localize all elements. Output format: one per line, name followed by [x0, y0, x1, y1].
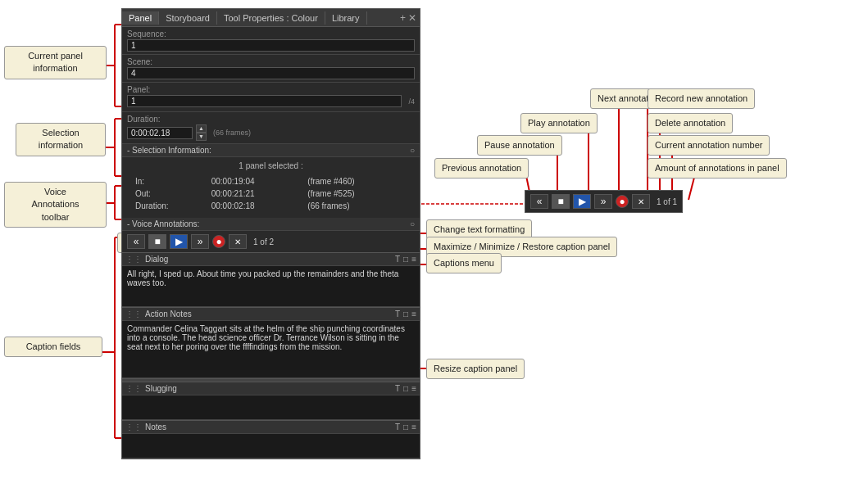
- sel-out-frame: (frame #525): [306, 188, 408, 199]
- va-collapse[interactable]: ○: [410, 219, 415, 228]
- duration-spin-up[interactable]: ▲: [196, 124, 207, 133]
- label-previous-annotation: Previous annotation: [434, 158, 529, 178]
- sel-in-value: 00:00:19:04: [210, 176, 305, 187]
- va-right-count: 1 of 1: [657, 197, 677, 206]
- notes-reorder-icon[interactable]: ⋮⋮: [125, 423, 142, 432]
- action-text-format-btn[interactable]: T: [395, 310, 400, 319]
- sequence-input[interactable]: [127, 39, 415, 52]
- label-captions-menu: Captions menu: [426, 253, 502, 273]
- va-play-btn[interactable]: ▶: [170, 234, 188, 249]
- sel-panel-count: 1 panel selected :: [127, 160, 415, 172]
- va-panel-right: « ■ ▶ » ● ✕ 1 of 1: [525, 190, 683, 213]
- va-record-btn[interactable]: ●: [212, 235, 225, 248]
- slugging-caption-body[interactable]: [122, 395, 420, 420]
- va-right-next-btn[interactable]: »: [594, 194, 612, 209]
- action-caption-header: ⋮⋮ Action Notes T □ ≡: [122, 307, 420, 321]
- va-right-record-btn[interactable]: ●: [616, 195, 629, 208]
- label-current-annotation-num: Current annotation number: [648, 135, 770, 156]
- panel-total: /4: [408, 97, 415, 106]
- scene-input[interactable]: [127, 67, 415, 79]
- sel-in-label: In:: [134, 176, 208, 187]
- dialog-menu-btn[interactable]: ≡: [411, 255, 416, 264]
- sequence-label: Sequence:: [127, 29, 415, 38]
- action-caption-icons: T □ ≡: [395, 310, 416, 319]
- va-count: 1 of 2: [253, 237, 274, 246]
- notes-caption-header: ⋮⋮ Notes T □ ≡: [122, 420, 420, 434]
- duration-spin-down[interactable]: ▼: [196, 133, 207, 141]
- scene-label: Scene:: [127, 57, 415, 66]
- va-stop-btn[interactable]: ■: [148, 234, 166, 249]
- label-caption-fields: Caption fields: [4, 337, 102, 357]
- sel-in-frame: (frame #460): [306, 176, 408, 187]
- dialog-caption-header: ⋮⋮ Dialog T □ ≡: [122, 252, 420, 266]
- label-resize-caption: Resize caption panel: [426, 359, 525, 379]
- selection-info-collapse[interactable]: ○: [410, 146, 415, 155]
- va-next-btn[interactable]: »: [191, 234, 209, 249]
- dialog-text-format-btn[interactable]: T: [395, 255, 400, 264]
- va-right-play-btn[interactable]: ▶: [573, 194, 591, 209]
- tab-library[interactable]: Library: [325, 11, 367, 25]
- duration-label: Duration:: [127, 115, 415, 124]
- va-header: - Voice Annotations: ○: [122, 218, 420, 231]
- slugging-caption-title: Slugging: [145, 384, 395, 393]
- sel-dur-value: 00:00:02:18: [210, 201, 305, 211]
- label-amount-annotations: Amount of annotations in panel: [648, 158, 787, 178]
- notes-caption-title: Notes: [145, 423, 395, 432]
- panel-num-input[interactable]: [127, 95, 402, 107]
- action-maximize-btn[interactable]: □: [403, 310, 408, 319]
- sequence-section: Sequence:: [122, 27, 420, 55]
- va-delete-btn[interactable]: ✕: [229, 234, 247, 249]
- duration-input[interactable]: [127, 127, 193, 139]
- dialog-text: All right, I sped up. About time you pac…: [127, 269, 398, 287]
- notes-text-format-btn[interactable]: T: [395, 423, 400, 432]
- tab-storyboard[interactable]: Storyboard: [159, 11, 217, 25]
- va-prev-btn[interactable]: «: [127, 234, 145, 249]
- panel-close-btn[interactable]: ✕: [408, 12, 416, 24]
- tab-panel[interactable]: Panel: [122, 11, 159, 25]
- sel-out-label: Out:: [134, 188, 208, 199]
- sel-dur-frames: (66 frames): [306, 201, 408, 211]
- dialog-caption-body[interactable]: All right, I sped up. About time you pac…: [122, 266, 420, 307]
- duration-section: Duration: ▲ ▼ (66 frames): [122, 112, 420, 144]
- va-title: - Voice Annotations:: [127, 219, 199, 228]
- slugging-menu-btn[interactable]: ≡: [411, 384, 416, 393]
- slugging-reorder-icon[interactable]: ⋮⋮: [125, 384, 142, 393]
- slugging-maximize-btn[interactable]: □: [403, 384, 408, 393]
- panel-plus-btn[interactable]: +: [400, 12, 406, 24]
- slugging-text-format-btn[interactable]: T: [395, 384, 400, 393]
- action-caption-body[interactable]: Commander Celina Taggart sits at the hel…: [122, 321, 420, 378]
- selection-info-body: 1 panel selected : In: 00:00:19:04 (fram…: [122, 157, 420, 218]
- action-reorder-icon[interactable]: ⋮⋮: [125, 310, 142, 319]
- main-panel: Panel Storyboard Tool Properties : Colou…: [121, 8, 420, 459]
- duration-frames: (66 frames): [213, 129, 251, 137]
- va-right-delete-btn[interactable]: ✕: [632, 194, 650, 209]
- notes-caption-icons: T □ ≡: [395, 423, 416, 432]
- action-menu-btn[interactable]: ≡: [411, 310, 416, 319]
- va-right-prev-btn[interactable]: «: [530, 194, 548, 209]
- label-record-new: Record new annotation: [648, 88, 755, 109]
- action-caption-title: Action Notes: [145, 310, 395, 319]
- dialog-maximize-btn[interactable]: □: [403, 255, 408, 264]
- selection-info-title: - Selection Information:: [127, 146, 211, 155]
- label-delete-annotation: Delete annotation: [648, 113, 733, 133]
- va-right-stop-btn[interactable]: ■: [552, 194, 570, 209]
- dialog-reorder-icon[interactable]: ⋮⋮: [125, 255, 142, 264]
- label-voice-annotations: Voice Annotations toolbar: [4, 182, 107, 228]
- notes-maximize-btn[interactable]: □: [403, 423, 408, 432]
- notes-menu-btn[interactable]: ≡: [411, 423, 416, 432]
- notes-caption-body[interactable]: [122, 434, 420, 459]
- panel-num-section: Panel: /4: [122, 83, 420, 112]
- tab-bar: Panel Storyboard Tool Properties : Colou…: [122, 9, 420, 27]
- duration-spinner: ▲ ▼: [196, 124, 207, 141]
- slugging-caption-icons: T □ ≡: [395, 384, 416, 393]
- label-pause-annotation: Pause annotation: [477, 135, 562, 156]
- label-current-panel-info: Current panel information: [4, 46, 107, 79]
- slugging-caption-header: ⋮⋮ Slugging T □ ≡: [122, 382, 420, 395]
- dialog-caption-title: Dialog: [145, 255, 395, 264]
- va-toolbar: « ■ ▶ » ● ✕ 1 of 2: [122, 231, 420, 252]
- sel-out-value: 00:00:21:21: [210, 188, 305, 199]
- tab-tool-properties[interactable]: Tool Properties : Colour: [217, 11, 325, 25]
- panel-num-label: Panel:: [127, 85, 415, 94]
- dialog-caption-icons: T □ ≡: [395, 255, 416, 264]
- label-play-annotation: Play annotation: [520, 113, 598, 133]
